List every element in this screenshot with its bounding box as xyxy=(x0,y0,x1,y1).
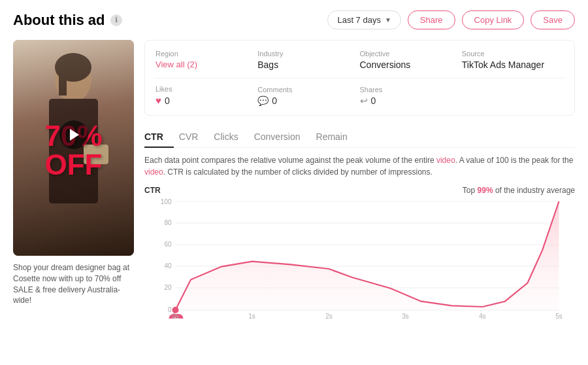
region-value[interactable]: View all (2) xyxy=(155,60,257,69)
svg-text:60: 60 xyxy=(164,241,172,248)
share-button[interactable]: Share xyxy=(408,10,455,29)
comment-icon: 💬 xyxy=(257,96,269,106)
comments-label: Comments xyxy=(257,86,292,94)
tab-ctr[interactable]: CTR xyxy=(144,126,174,147)
chart-y-label: CTR xyxy=(144,186,161,195)
svg-text:40: 40 xyxy=(164,262,172,269)
svg-text:100: 100 xyxy=(161,198,172,205)
shares-label: Shares xyxy=(360,86,383,94)
copy-link-button[interactable]: Copy Link xyxy=(462,10,525,29)
ad-caption: Shop your dream designer bag at Cosette … xyxy=(13,262,134,306)
chart-top-text: Top 99% of the industry average xyxy=(463,186,575,195)
svg-text:20: 20 xyxy=(164,284,172,291)
play-icon xyxy=(70,129,79,141)
region-label: Region xyxy=(155,50,257,58)
chart-container: CTR Top 99% of the industry average 0 20… xyxy=(144,186,575,321)
date-range-picker[interactable]: Last 7 days ▼ xyxy=(327,10,400,29)
objective-label: Objective xyxy=(360,50,462,58)
chevron-down-icon: ▼ xyxy=(385,16,391,24)
main-content: 70%OFF Shop your dream designer bag at C… xyxy=(13,40,575,321)
source-value: TikTok Ads Manager xyxy=(462,60,564,70)
header-right: Last 7 days ▼ Share Copy Link Save xyxy=(327,10,575,29)
tab-cvr[interactable]: CVR xyxy=(179,126,209,147)
ctr-chart: 0 20 40 60 80 100 xyxy=(144,198,575,319)
ad-video-thumbnail[interactable]: 70%OFF xyxy=(13,40,134,256)
stat-likes: Likes ♥ 0 xyxy=(155,85,257,106)
stat-comments: Comments 💬 0 xyxy=(257,85,359,106)
chart-svg-wrapper: 0 20 40 60 80 100 xyxy=(144,198,575,321)
objective-value: Conversions xyxy=(360,60,462,70)
stat-source: Source TikTok Ads Manager xyxy=(462,50,564,70)
tab-clicks[interactable]: Clicks xyxy=(214,126,248,147)
source-label: Source xyxy=(462,50,564,58)
svg-text:2s: 2s xyxy=(325,313,333,319)
svg-text:4s: 4s xyxy=(479,313,486,319)
stats-divider xyxy=(155,78,564,78)
stat-industry: Industry Bags xyxy=(257,50,359,70)
tab-remain[interactable]: Remain xyxy=(316,126,358,147)
top-percent: 99% xyxy=(478,186,493,195)
svg-text:80: 80 xyxy=(164,219,172,226)
shares-icon-wrap: Shares ↩ 0 xyxy=(360,86,383,106)
info-icon[interactable]: ℹ xyxy=(110,14,122,26)
industry-label: Industry xyxy=(257,50,359,58)
date-range-label: Last 7 days xyxy=(337,15,381,25)
page-header: About this ad ℹ Last 7 days ▼ Share Copy… xyxy=(13,10,575,29)
likes-count: 0 xyxy=(165,96,170,106)
header-left: About this ad ℹ xyxy=(13,12,122,29)
heart-icon: ♥ xyxy=(155,95,161,106)
highlight-video2: video xyxy=(144,167,163,177)
chart-header: CTR Top 99% of the industry average xyxy=(144,186,575,195)
chart-description: Each data point compares the relative vo… xyxy=(144,154,575,178)
page-title: About this ad xyxy=(13,12,105,29)
save-button[interactable]: Save xyxy=(531,10,575,29)
play-button[interactable] xyxy=(59,120,88,149)
likes-label: Likes xyxy=(155,85,172,93)
stat-region: Region View all (2) xyxy=(155,50,257,70)
comments-count: 0 xyxy=(272,96,277,106)
svg-text:5s: 5s xyxy=(555,313,563,319)
svg-text:1s: 1s xyxy=(248,313,255,319)
comments-icon-wrap: Comments 💬 0 xyxy=(257,86,292,106)
svg-text:3s: 3s xyxy=(402,313,409,319)
highlight-video: video xyxy=(436,156,455,165)
stats-card: Region View all (2) Industry Bags Object… xyxy=(144,40,575,116)
tab-conversion[interactable]: Conversion xyxy=(254,126,311,147)
ad-preview-section: 70%OFF Shop your dream designer bag at C… xyxy=(13,40,134,321)
ad-stats-section: Region View all (2) Industry Bags Object… xyxy=(144,40,575,321)
chart-tabs: CTR CVR Clicks Conversion Remain xyxy=(144,126,575,148)
share-icon: ↩ xyxy=(360,96,368,106)
stat-objective: Objective Conversions xyxy=(360,50,462,70)
svg-text:0s: 0s xyxy=(172,313,179,319)
tabs-list: CTR CVR Clicks Conversion Remain xyxy=(144,126,575,147)
likes-icon-wrap: Likes ♥ 0 xyxy=(155,85,172,106)
shares-count: 0 xyxy=(371,96,376,106)
industry-value: Bags xyxy=(257,60,359,70)
svg-rect-3 xyxy=(59,63,67,96)
primary-stats-row: Region View all (2) Industry Bags Object… xyxy=(155,50,564,70)
engagement-stats-row: Likes ♥ 0 Comments 💬 0 xyxy=(155,85,564,106)
stat-shares: Shares ↩ 0 xyxy=(360,85,462,106)
svg-text:0: 0 xyxy=(168,306,172,313)
stat-placeholder xyxy=(462,85,564,106)
